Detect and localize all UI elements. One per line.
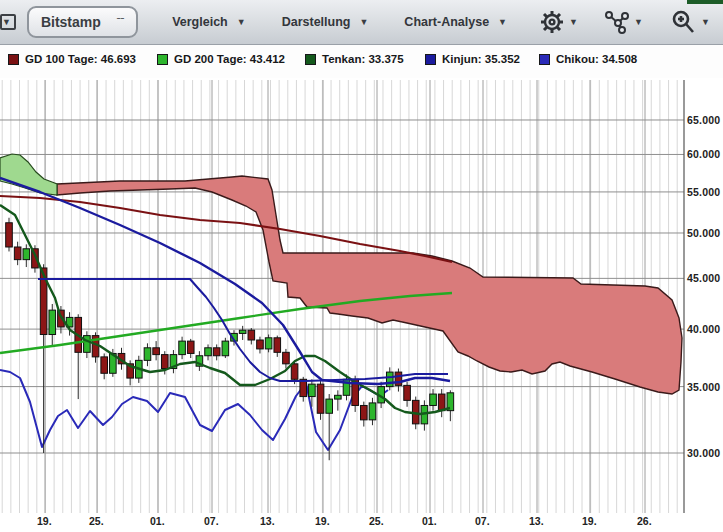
y-axis-label: 30.000 [687,447,720,459]
x-axis-label: 07. [204,515,219,527]
chikou-swatch-icon [539,54,550,65]
menu-darstellung[interactable]: Darstellung ▼ [282,15,371,29]
y-axis-label: 45.000 [687,272,720,284]
indicators-button[interactable]: ▼ [604,9,645,35]
tenkan-swatch-icon [305,54,316,65]
legend-chikou[interactable]: Chikou: 34.508 [539,53,637,65]
x-axis-label: 19. [315,515,330,527]
chart-toolbar: ▼ Bitstamp ˉˉ Vergleich ▼ Darstellung ▼ … [0,0,723,45]
x-axis-label: 26. [637,515,652,527]
y-axis-label: 40.000 [687,323,720,335]
legend-text: Chikou: 34.508 [556,53,637,65]
x-axis-label: 19. [582,515,597,527]
ichimoku-cloud-red [57,176,682,394]
x-axis-label: 01. [422,515,437,527]
menu-label: Vergleich [172,15,228,29]
menu-label: Chart-Analyse [404,15,489,29]
legend-text: Kinjun: 35.352 [442,53,520,65]
menu-vergleich[interactable]: Vergleich ▼ [172,15,248,29]
x-axis-label: 13. [260,515,275,527]
y-axis-label: 50.000 [687,227,720,239]
gd100-line [0,196,452,262]
gd200-swatch-icon [157,54,168,65]
legend-tenkan[interactable]: Tenkan: 33.375 [305,53,404,65]
x-axis-label: 25. [89,515,104,527]
chevron-down-icon: ▼ [701,17,710,27]
gear-icon [539,9,565,35]
chevron-down-icon: ˉˉ [117,16,124,28]
chevron-down-icon: ▼ [634,17,643,27]
symbol-select-value: Bitstamp [41,14,101,30]
gd100-swatch-icon [8,54,19,65]
x-axis-label: 13. [529,515,544,527]
indicator-legend: GD 100 Tage: 46.693 GD 200 Tage: 43.412 … [0,45,723,78]
chevron-down-icon: ▼ [569,17,578,27]
x-axis-label: 19. [37,515,52,527]
chevron-down-icon: ▼ [359,17,368,27]
symbol-select[interactable]: Bitstamp ˉˉ [27,6,138,38]
price-chart[interactable]: 65.00060.00055.00050.00045.00040.00035.0… [0,78,723,532]
y-axis-label: 60.000 [687,148,720,160]
settings-button[interactable]: ▼ [539,9,580,35]
legend-text: GD 200 Tage: 43.412 [174,53,285,65]
indicator-network-icon [604,9,630,35]
y-axis-label: 55.000 [687,186,720,198]
candlestick-chart-canvas[interactable] [0,78,723,532]
zoom-in-icon [669,8,697,36]
x-axis-label: 25. [369,515,384,527]
legend-kijun[interactable]: Kinjun: 35.352 [425,53,520,65]
legend-gd100[interactable]: GD 100 Tage: 46.693 [8,53,136,65]
zoom-button[interactable]: ▼ [669,8,712,36]
legend-gd200[interactable]: GD 200 Tage: 43.412 [157,53,285,65]
background-window-strip [687,0,723,4]
legend-text: GD 100 Tage: 46.693 [25,53,136,65]
menu-chart-analyse[interactable]: Chart-Analyse ▼ [404,15,509,29]
y-axis-label: 35.000 [687,381,720,393]
chevron-down-icon: ▼ [498,17,507,27]
y-axis-label: 65.000 [687,114,720,126]
legend-text: Tenkan: 33.375 [322,53,404,65]
x-axis-label: 01. [150,515,165,527]
chevron-down-icon: ▼ [237,17,246,27]
kijun-swatch-icon [425,54,436,65]
x-axis-label: 07. [475,515,490,527]
menu-label: Darstellung [282,15,351,29]
